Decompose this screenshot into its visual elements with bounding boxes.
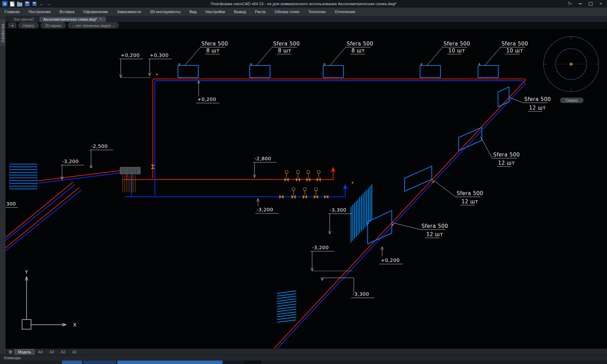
dimension-300[interactable]: 300 [6,201,18,208]
elevation-mark[interactable]: +0,200 [119,52,150,78]
navigation-compass[interactable]: Сверху [544,37,599,103]
menu-postroenie[interactable]: Построение [24,10,55,14]
maximize-button[interactable] [586,0,595,7]
label-qty[interactable]: 10 шт [448,48,465,54]
elevation-text[interactable]: +0,200 [381,257,400,263]
elevation-text[interactable]: -3,200 [257,207,273,212]
return-pipes[interactable] [6,81,525,348]
elevation-mark[interactable]: -3,300 [328,207,352,234]
menu-nastroyki[interactable]: Настройки [201,10,229,14]
command-line[interactable]: Команда: [0,355,607,361]
label-name[interactable]: Sfera 500 [273,41,300,47]
elevation-text[interactable]: -3,200 [62,159,79,164]
linked-views-control[interactable]: -- нет связанных видов -- [68,22,118,28]
tab-model[interactable]: Модель [14,349,34,355]
help-button[interactable]: ?▾ [565,0,575,7]
elevation-text[interactable]: +0,200 [197,97,216,102]
radiator-bank-bottom[interactable] [277,291,296,322]
label-name[interactable]: Sfera 500 [444,41,470,47]
label-name[interactable]: Sfera 500 [501,41,528,47]
menu-oblaka-tochek[interactable]: Облака точек [270,10,304,14]
elevation-text[interactable]: +0,200 [121,52,140,58]
menu-vstavka[interactable]: Вставка [55,10,79,14]
properties-panel-tab[interactable]: Свойства [0,19,5,46]
radiator-label[interactable]: Sfera 500 12 шт [509,96,551,111]
compass-view-label[interactable]: Сверху [566,98,578,102]
elevation-text[interactable]: -2,800 [255,156,271,161]
label-qty[interactable]: 12 шт [426,231,443,237]
visual-style-control[interactable]: 2D-каркас [41,22,66,28]
elevation-mark[interactable]: +0,200 [379,247,403,264]
undo-icon[interactable]: ← [39,2,44,6]
elevation-text[interactable]: -2,500 [91,143,108,149]
radiator[interactable] [250,65,270,78]
radiator[interactable] [478,65,498,78]
radiator[interactable] [178,65,198,78]
label-name[interactable]: Sfera 500 [457,190,483,196]
tab-a2[interactable]: A2 [58,350,69,354]
radiator-label[interactable]: Sfera 500 8 шт [330,41,373,65]
label-qty[interactable]: 12 шт [498,160,515,166]
save-icon[interactable] [25,1,30,6]
radiator[interactable] [323,65,344,78]
label-name[interactable]: Sfera 500 [493,152,520,158]
drawing-canvas[interactable]: Сверху [6,29,607,348]
minimize-button[interactable] [575,0,585,7]
view-direction-control[interactable]: Сверху [18,22,39,28]
radiator[interactable] [420,65,440,78]
elevation-mark[interactable]: -2,500 [90,143,113,168]
close-button[interactable]: × [596,0,606,7]
elevation-mark[interactable]: +0,200 [196,81,219,103]
label-qty[interactable]: 8 шт [351,48,365,54]
elevation-text[interactable]: -3,300 [330,207,346,213]
radiator-label[interactable]: Sfera 500 8 шт [185,41,228,65]
label-qty[interactable]: 12 шт [461,199,478,205]
menu-vid[interactable]: Вид [185,10,201,14]
save-all-icon[interactable] [32,2,37,6]
label-name[interactable]: Sfera 500 [347,41,373,47]
new-document-icon[interactable] [10,1,14,7]
close-tab-icon[interactable]: × [100,17,102,21]
radiator-label[interactable]: Sfera 500 12 шт [432,180,483,205]
elevation-text[interactable]: +0,300 [150,52,169,58]
label-name[interactable]: Sfera 500 [524,96,551,102]
radiators-diagonal[interactable] [368,87,509,244]
radiator-label[interactable]: Sfera 500 12 шт [480,136,520,166]
doc-tab-axonometric[interactable]: Аксонометрическая схема.dwg* × [39,16,106,22]
menu-otoplenie[interactable]: Отопление [330,10,360,14]
radiator-label[interactable]: Sfera 500 10 шт [427,41,470,65]
menu-glavnaya[interactable]: Главная [0,10,24,14]
layout-list-icon[interactable]: ▦ [7,350,14,354]
menu-rastr[interactable]: Растр [250,10,270,14]
elevation-mark[interactable]: +0,300 [148,52,172,76]
tab-a3[interactable]: A3 [47,350,57,354]
back-view-icon[interactable]: ◄ [8,23,16,28]
elevation-text[interactable]: -3,200 [312,245,329,250]
tab-a4[interactable]: A4 [35,350,46,354]
model-space-canvas[interactable]: Сверху [6,29,607,348]
radiator-label[interactable]: Sfera 500 8 шт [257,41,300,65]
label-name[interactable]: Sfera 500 [421,223,448,229]
open-document-icon[interactable] [17,2,22,7]
label-qty[interactable]: 12 шт [529,105,546,111]
radiator-label[interactable]: Sfera 500 10 шт [485,41,528,65]
radiators-top-row[interactable] [178,65,498,78]
menu-topoplan[interactable]: Топоплан [304,10,330,14]
label-qty[interactable]: 10 шт [506,48,523,54]
menu-oformlenie[interactable]: Оформление [79,10,112,14]
menu-3d-instrumenty[interactable]: 3D-инструменты [146,10,185,14]
tab-a1[interactable]: A1 [69,350,80,354]
redo-icon[interactable]: → [46,2,51,6]
elevation-mark[interactable]: -3,200 [255,199,279,213]
elevation-mark[interactable]: -2,800 [253,156,277,178]
elevation-text[interactable]: -3,300 [352,291,369,297]
label-name[interactable]: Sfera 500 [201,41,228,47]
elevation-mark[interactable]: -3,300 [321,277,375,298]
radiator-label[interactable]: Sfera 500 12 шт [392,223,448,238]
supply-pipes[interactable] [6,79,526,348]
radiator-stack-left[interactable] [10,164,37,189]
doc-tab-unnamed[interactable]: Без имени0 [10,16,38,22]
elevation-mark[interactable]: -3,200 [311,245,352,271]
menu-zavisimosti[interactable]: Зависимости [112,10,146,14]
menu-vyvod[interactable]: Вывод [229,10,250,14]
